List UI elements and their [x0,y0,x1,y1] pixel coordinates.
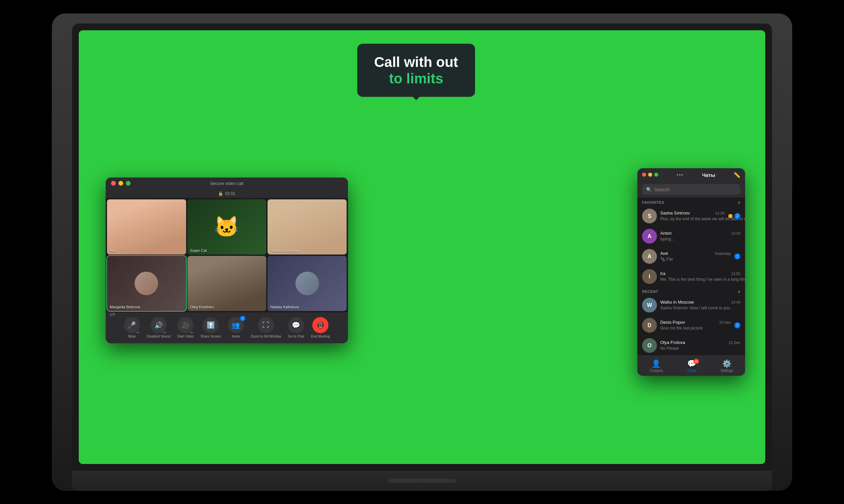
screen-content: Call with out to limits Secure video cal… [79,30,765,464]
favorites-collapse-icon: ∧ [738,200,741,204]
avatar-olya: O [642,338,657,353]
face-you [107,199,186,254]
video-label: Start Video [177,334,194,338]
end-meeting-button[interactable]: 📵 End Meeting [311,317,330,338]
chat-name-row-ira: Ira 13:55 [660,271,740,276]
zoom-button[interactable]: ⛶ Zoom to full Window [251,317,281,338]
chat-meta-sasha: 😊 2 [728,213,740,219]
call-toolbar: 🎤 ••• Mute 🔊 ••• Disabled Sound [106,312,348,343]
contacts-nav-icon: 👤 [652,359,660,368]
participant-you: You [107,199,186,254]
chats-badge-wrap: 💬 46 [687,359,696,368]
fullscreen-button[interactable] [126,181,131,185]
compose-icon[interactable]: ✏️ [734,172,740,178]
close-button[interactable] [111,181,116,185]
chat-preview-walks: Sasha Smirnov: Now I will come to you [660,306,730,310]
mute-more-dots: ••• [137,330,139,334]
timer-bar: 🔒 02:01 [106,189,348,198]
chat-minimize-button[interactable] [648,173,652,177]
recent-label: RECENT [642,289,658,293]
share-screen-button[interactable]: ⬆️ Share Screen [201,317,221,338]
unread-badge-anya: 1 [734,253,740,259]
chat-info-olya: Olya Frolova 21 Dec No Please [660,340,740,351]
reaction-icon: 😊 [728,214,733,218]
chat-item-walks[interactable]: W Walks in Moscow 14:45 Sasha Smirnov: N… [637,295,745,315]
chat-name-row-olya: Olya Frolova 21 Dec [660,340,740,345]
nav-chats[interactable]: 💬 46 Chats [687,359,696,372]
chat-info-ira: Ira 13:55 Me: This is the best thing I'v… [660,271,740,282]
chat-preview-olya: No Please [660,346,679,351]
chat-item-anya[interactable]: А Аня Yesterday 📎 File 1 [637,246,745,266]
label-margarita: Margarita Bobrova [110,305,140,309]
tooltip-subtitle: to limits [374,71,458,87]
face-uliana [268,199,347,254]
search-icon: 🔍 [646,186,652,192]
chat-name-walks: Walks in Moscow [660,300,694,305]
video-more-dots: ••• [190,330,193,334]
bottom-nav: 👤 Contacts 💬 46 Chats ⚙️ Settings [637,355,745,376]
chat-info-anya: Аня Yesterday 📎 File [660,251,731,262]
chat-name-denis: Denis Popov [660,320,685,325]
chat-button[interactable]: 💬 Go to Chat [288,317,304,338]
chat-name-sasha: Sasha Smirnov [660,211,690,216]
tooltip-bubble: Call with out to limits [357,44,475,97]
nav-settings[interactable]: ⚙️ Settings [721,359,733,372]
avatar-natalia [295,271,319,295]
end-icon: 📵 [312,317,328,333]
chat-time-olya: 21 Dec [728,340,740,344]
video-button[interactable]: 🎥 ••• Start Video [177,317,194,338]
chat-time-anya: Yesterday [714,251,731,255]
chat-item-denis[interactable]: D Denis Popov 23 Dec Give me the last pi… [637,315,745,335]
chat-name-row-anya: Аня Yesterday [660,251,731,256]
participant-supercat: 🐱 Super Cat [187,199,266,254]
chat-time-ira: 13:55 [731,271,740,275]
invite-button[interactable]: 👥 3 Invite [228,317,244,338]
avatar-anya: А [642,249,657,264]
search-placeholder: Search [655,186,669,192]
unread-badge-sasha: 2 [734,213,740,219]
video-icon: 🎥 ••• [177,317,193,333]
cat-icon: 🐱 [214,215,239,239]
chat-item-anton[interactable]: A Anton 13:33 typing... [637,226,745,246]
chat-time-denis: 23 Dec [719,320,731,324]
video-grid: You 🐱 Super Cat Uliana Suvorova [106,198,348,312]
page-indicator: 1/3 [110,312,115,316]
laptop: Call with out to limits Secure video cal… [52,14,792,491]
search-input-wrap[interactable]: 🔍 Search [642,184,740,195]
contacts-nav-label: Contacts [650,368,662,372]
chats-nav-label: Chats [688,368,696,372]
menu-dots-icon[interactable]: ••• [677,172,684,178]
minimize-button[interactable] [118,181,123,185]
participant-oleg: Oleg Khokhlov [187,255,266,311]
chat-traffic-lights [642,173,658,177]
chat-close-button[interactable] [642,173,646,177]
chat-name-row-sasha: Sasha Smirnov 11:29 [660,211,725,216]
video-window-title: Secure video call [210,181,244,185]
chat-name-row-denis: Denis Popov 23 Dec [660,320,731,325]
lock-icon: 🔒 [218,191,223,196]
chat-name-row-walks: Walks in Moscow 14:45 [660,300,740,305]
chat-preview-denis: Give me the last picture [660,326,703,330]
tooltip-title: Call with out [374,54,458,71]
face-oleg [187,255,266,311]
sound-icon: 🔊 ••• [151,317,167,333]
sound-more-dots: ••• [163,330,166,334]
avatar-margarita [135,271,158,295]
chat-meta-denis: 2 [734,322,740,328]
chat-item-sasha[interactable]: S Sasha Smirnov 11:29 Plus, by the end o… [637,206,745,226]
chat-fullscreen-button[interactable] [654,173,658,177]
chat-list-favorites: S Sasha Smirnov 11:29 Plus, by the end o… [637,206,745,286]
nav-contacts[interactable]: 👤 Contacts [650,359,662,372]
sound-button[interactable]: 🔊 ••• Disabled Sound [147,317,171,338]
chat-item-olya[interactable]: O Olya Frolova 21 Dec No Please [637,335,745,355]
chat-time-sasha: 11:29 [715,211,725,215]
unread-badge-denis: 2 [734,322,740,328]
chat-preview-anya: 📎 File [660,257,673,262]
mute-button[interactable]: 🎤 ••• Mute [124,317,140,338]
laptop-notch [388,479,456,483]
chat-info-denis: Denis Popov 23 Dec Give me the last pict… [660,320,731,331]
chat-item-ira[interactable]: I Ira 13:55 Me: This is the best thing I… [637,266,745,286]
chat-info-sasha: Sasha Smirnov 11:29 Plus, by the end of … [660,211,725,221]
avatar-walks: W [642,298,657,312]
search-bar: 🔍 Search [637,181,745,197]
